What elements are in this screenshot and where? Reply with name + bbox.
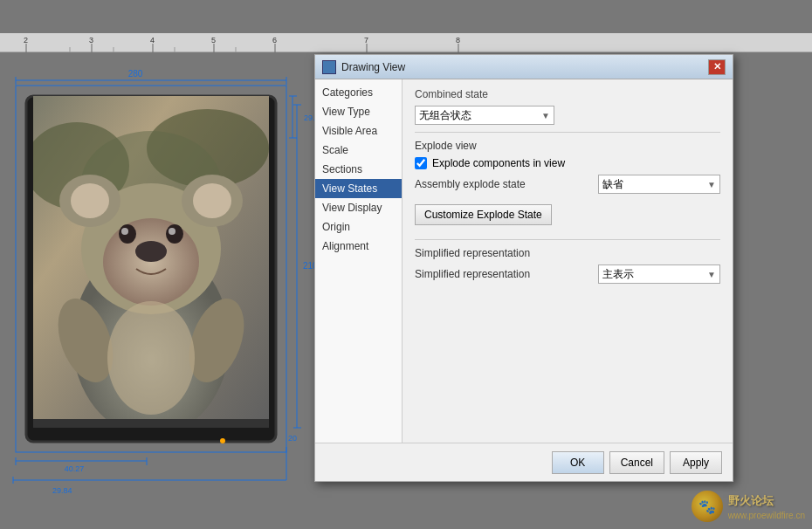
cat-scale[interactable]: Scale: [315, 141, 402, 160]
assembly-explode-value: 缺省: [602, 177, 623, 192]
explode-checkbox-label: Explode components in view: [432, 157, 565, 169]
ruler-top: 2 3 4 5 6 7 8: [0, 33, 812, 52]
svg-point-61: [169, 228, 175, 235]
divider-2: [415, 239, 720, 240]
svg-point-59: [166, 224, 183, 244]
content-panel: Combined state 无组合状态 ▼ Explode view Expl…: [403, 79, 733, 443]
svg-point-54: [71, 183, 109, 218]
svg-point-57: [135, 241, 167, 262]
dialog-footer: OK Cancel Apply: [315, 443, 733, 481]
svg-text:5: 5: [211, 36, 216, 45]
svg-text:3: 3: [89, 36, 93, 45]
cat-view-type[interactable]: View Type: [315, 102, 402, 121]
svg-text:29.63: 29.63: [304, 113, 314, 122]
simplified-rep-row: Simplified representation 主表示 ▼: [415, 264, 720, 284]
drawing-view-dialog: Drawing View ✕ Categories View Type Visi…: [314, 54, 733, 482]
apply-button[interactable]: Apply: [670, 451, 722, 474]
svg-point-64: [107, 301, 195, 415]
svg-text:6: 6: [272, 36, 277, 45]
svg-point-58: [119, 224, 136, 244]
watermark-site-name: 野火论坛: [728, 493, 805, 509]
explode-checkbox[interactable]: [415, 157, 427, 169]
svg-text:7: 7: [364, 36, 368, 45]
dialog-titlebar: Drawing View ✕: [315, 55, 733, 79]
explode-view-title: Explode view: [415, 140, 720, 152]
simplified-rep-value: 主表示: [602, 267, 634, 282]
cat-origin[interactable]: Origin: [315, 217, 402, 237]
svg-point-43: [220, 438, 225, 443]
dialog-body: Categories View Type Visible Area Scale …: [315, 79, 733, 443]
combined-state-label: Combined state: [415, 88, 720, 100]
combined-state-value: 无组合状态: [419, 108, 471, 123]
watermark-logo: 🐾: [692, 491, 723, 522]
simplified-rep-section-title: Simplified representation: [415, 247, 720, 259]
categories-panel: Categories View Type Visible Area Scale …: [315, 79, 403, 443]
ok-button[interactable]: OK: [552, 451, 604, 474]
koala-image: [33, 96, 269, 419]
svg-text:20: 20: [288, 434, 297, 443]
explode-checkbox-row: Explode components in view: [415, 157, 720, 169]
assembly-explode-dropdown[interactable]: 缺省 ▼: [598, 175, 720, 194]
assembly-explode-arrow: ▼: [707, 180, 716, 189]
combined-state-dropdown[interactable]: 无组合状态 ▼: [415, 106, 554, 125]
dialog-title: Drawing View: [341, 61, 405, 73]
svg-text:8: 8: [456, 36, 460, 45]
divider-1: [415, 132, 720, 133]
assembly-explode-row: Assembly explode state 缺省 ▼: [415, 175, 720, 194]
svg-point-55: [193, 183, 231, 218]
svg-text:210: 210: [303, 261, 314, 271]
combined-state-arrow: ▼: [541, 111, 550, 120]
svg-text:2: 2: [24, 36, 28, 45]
svg-text:4: 4: [150, 36, 155, 45]
combined-state-row: 无组合状态 ▼: [415, 106, 720, 125]
watermark: 🐾 野火论坛 www.proewildfire.cn: [692, 491, 805, 522]
simplified-rep-label: Simplified representation: [415, 268, 598, 280]
watermark-url: www.proewildfire.cn: [728, 511, 805, 520]
assembly-explode-label: Assembly explode state: [415, 178, 598, 190]
cat-alignment[interactable]: Alignment: [315, 237, 402, 256]
cat-visible-area[interactable]: Visible Area: [315, 121, 402, 141]
customize-explode-button[interactable]: Customize Explode State: [415, 204, 552, 225]
svg-text:29.84: 29.84: [52, 486, 72, 495]
cat-categories[interactable]: Categories: [315, 83, 402, 102]
svg-text:40.27: 40.27: [65, 464, 85, 473]
cat-view-states[interactable]: View States: [315, 179, 402, 198]
svg-point-60: [121, 228, 128, 235]
cancel-button[interactable]: Cancel: [609, 451, 664, 474]
simplified-rep-dropdown[interactable]: 主表示 ▼: [598, 264, 720, 284]
svg-text:280: 280: [128, 69, 143, 79]
dialog-icon: [322, 60, 336, 74]
cat-sections[interactable]: Sections: [315, 160, 402, 179]
simplified-rep-arrow: ▼: [707, 270, 716, 279]
dialog-close-button[interactable]: ✕: [708, 59, 726, 75]
cat-view-display[interactable]: View Display: [315, 198, 402, 217]
